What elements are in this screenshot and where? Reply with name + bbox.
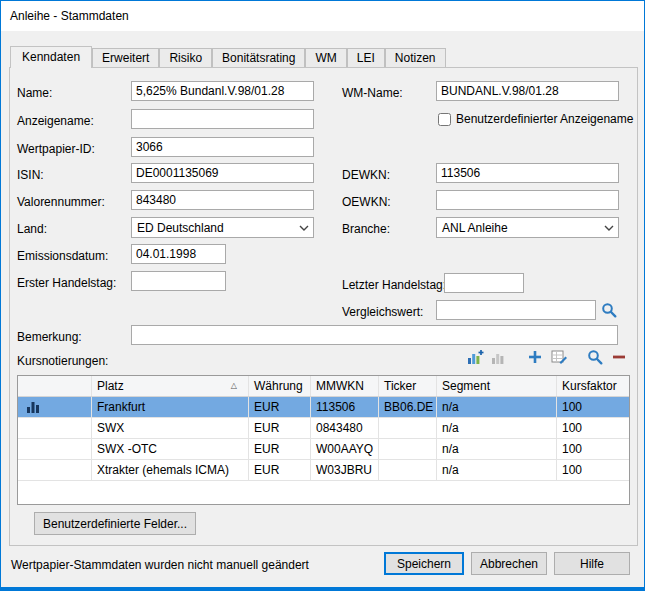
custom-fields-button[interactable]: Benutzerdefinierte Felder... <box>34 512 196 535</box>
vergleichswert-input[interactable] <box>436 300 596 320</box>
chevron-down-icon <box>600 218 618 237</box>
branche-label: Branche: <box>342 222 390 236</box>
bemerkung-input[interactable] <box>131 325 618 345</box>
table-row-xtrakter[interactable]: Xtrakter (ehemals ICMA) EUR W03JBRU n/a … <box>18 460 629 481</box>
tab-erweitert[interactable]: Erweitert <box>92 48 159 67</box>
quotes-table: Platz △ Währung MMWKN Ticker Segment Kur… <box>17 375 630 505</box>
oewkn-label: OEWKN: <box>342 195 391 209</box>
title-bar: Anleihe - Stammdaten <box>1 1 644 31</box>
table-header-row: Platz △ Währung MMWKN Ticker Segment Kur… <box>18 376 629 397</box>
kursnotierungen-label: Kursnotierungen: <box>17 354 108 368</box>
erster-handelstag-label: Erster Handelstag: <box>17 276 116 290</box>
wm-name-label: WM-Name: <box>342 86 403 100</box>
cell-segment: n/a <box>437 460 557 480</box>
tab-kenndaten[interactable]: Kenndaten <box>10 46 92 68</box>
cell-waehrung: EUR <box>249 418 311 438</box>
dewkn-input[interactable] <box>436 163 619 183</box>
vergleichswert-search-icon[interactable] <box>600 301 618 319</box>
table-row-frankfurt[interactable]: Frankfurt EUR 113506 BB06.DE n/a 100 <box>18 397 629 418</box>
quote-source-disabled-icon[interactable] <box>490 348 508 366</box>
cell-kursfaktor: 100 <box>557 397 629 417</box>
valorennummer-label: Valorennummer: <box>17 195 105 209</box>
help-button[interactable]: Hilfe <box>554 552 630 575</box>
erster-handelstag-input[interactable] <box>131 271 226 291</box>
land-select[interactable]: ED Deutschland <box>131 217 314 238</box>
anzeigename-input[interactable] <box>131 109 314 129</box>
emissionsdatum-input[interactable] <box>131 244 226 264</box>
branche-select[interactable]: ANL Anleihe <box>436 217 619 238</box>
save-button[interactable]: Speichern <box>384 552 464 575</box>
table-row-swx[interactable]: SWX EUR 0843480 n/a 100 <box>18 418 629 439</box>
cancel-button[interactable]: Abbrechen <box>471 552 547 575</box>
tab-wm[interactable]: WM <box>305 48 346 67</box>
tab-notizen[interactable]: Notizen <box>385 48 446 67</box>
isin-label: ISIN: <box>17 168 44 182</box>
add-quote-source-icon[interactable] <box>466 348 484 366</box>
custom-display-checkbox[interactable] <box>438 113 451 126</box>
cell-segment: n/a <box>437 418 557 438</box>
tab-lei[interactable]: LEI <box>347 48 385 67</box>
emissionsdatum-label: Emissionsdatum: <box>17 249 108 263</box>
table-header-platz[interactable]: Platz △ <box>92 376 249 396</box>
table-row-swx-otc[interactable]: SWX -OTC EUR W00AAYQ n/a 100 <box>18 439 629 460</box>
table-header-kursfaktor[interactable]: Kursfaktor <box>557 376 629 396</box>
cell-mmwkn: W00AAYQ <box>311 439 379 459</box>
table-header-mmwkn[interactable]: MMWKN <box>311 376 379 396</box>
custom-display-checkbox-label: Benutzerdefinierter Anzeigename <box>456 112 633 126</box>
wertpapier-id-label: Wertpapier-ID: <box>17 142 95 156</box>
cell-waehrung: EUR <box>249 397 311 417</box>
anzeigename-label: Anzeigename: <box>17 114 94 128</box>
vergleichswert-label: Vergleichswert: <box>342 305 423 319</box>
land-label: Land: <box>17 222 47 236</box>
table-header-ticker[interactable]: Ticker <box>379 376 437 396</box>
row-marker-cell <box>18 418 92 438</box>
tab-strip: Kenndaten Erweitert Risiko Bonitätsratin… <box>10 46 446 68</box>
tab-risiko[interactable]: Risiko <box>159 48 212 67</box>
table-header-waehrung[interactable]: Währung <box>249 376 311 396</box>
row-marker-cell <box>18 439 92 459</box>
cell-mmwkn: W03JBRU <box>311 460 379 480</box>
search-icon[interactable] <box>586 348 604 366</box>
dialog-anleihe-stammdaten: Anleihe - Stammdaten Kenndaten Erweitert… <box>0 0 645 591</box>
letzter-handelstag-input[interactable] <box>444 273 524 293</box>
cell-segment: n/a <box>437 397 557 417</box>
cell-kursfaktor: 100 <box>557 418 629 438</box>
edit-row-icon[interactable] <box>550 348 568 366</box>
status-text: Wertpapier-Stammdaten wurden nicht manue… <box>11 558 309 572</box>
cell-platz: SWX -OTC <box>92 439 249 459</box>
cell-ticker: BB06.DE <box>379 397 437 417</box>
valorennummer-input[interactable] <box>131 190 314 210</box>
tab-bonitaetsrating[interactable]: Bonitätsrating <box>212 48 305 67</box>
row-marker-cell <box>18 397 92 417</box>
table-header-segment[interactable]: Segment <box>437 376 557 396</box>
column-label-platz: Platz <box>97 376 124 396</box>
land-selected-value: ED Deutschland <box>137 221 224 235</box>
cell-kursfaktor: 100 <box>557 460 629 480</box>
remove-row-icon[interactable] <box>610 348 628 366</box>
cell-platz: Xtrakter (ehemals ICMA) <box>92 460 249 480</box>
wm-name-input[interactable] <box>436 81 619 101</box>
wertpapier-id-input[interactable] <box>131 137 314 157</box>
bemerkung-label: Bemerkung: <box>17 330 82 344</box>
quotes-toolbar <box>466 348 628 366</box>
name-label: Name: <box>17 86 52 100</box>
cell-kursfaktor: 100 <box>557 439 629 459</box>
cell-waehrung: EUR <box>249 460 311 480</box>
name-input[interactable] <box>131 81 314 101</box>
cell-waehrung: EUR <box>249 439 311 459</box>
custom-display-checkbox-row: Benutzerdefinierter Anzeigename <box>438 112 633 126</box>
sort-ascending-icon: △ <box>231 376 237 396</box>
dewkn-label: DEWKN: <box>342 168 390 182</box>
cell-segment: n/a <box>437 439 557 459</box>
oewkn-input[interactable] <box>436 190 619 210</box>
window-title: Anleihe - Stammdaten <box>10 9 129 23</box>
cell-platz: SWX <box>92 418 249 438</box>
cell-ticker <box>379 418 437 438</box>
table-header-marker[interactable] <box>18 376 92 396</box>
cell-ticker <box>379 460 437 480</box>
isin-input[interactable] <box>131 163 314 183</box>
cell-ticker <box>379 439 437 459</box>
chevron-down-icon <box>295 218 313 237</box>
add-row-icon[interactable] <box>526 348 544 366</box>
letzter-handelstag-label: Letzter Handelstag: <box>342 278 446 292</box>
